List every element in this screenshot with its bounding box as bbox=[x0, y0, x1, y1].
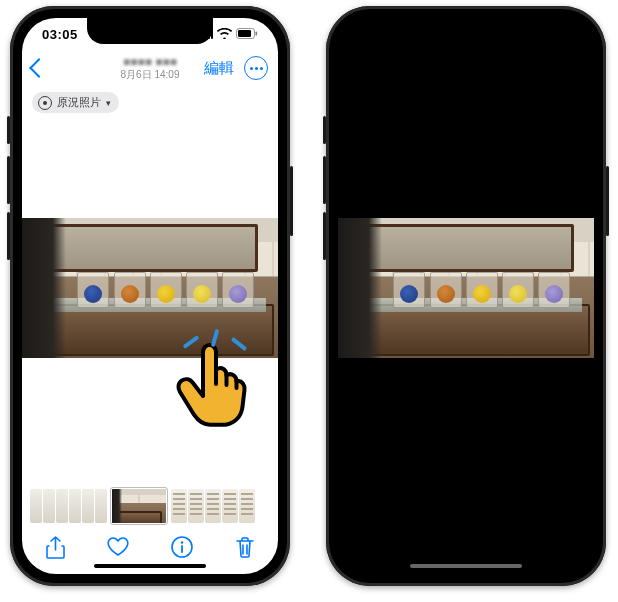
home-indicator[interactable] bbox=[410, 564, 522, 568]
thumb[interactable] bbox=[205, 489, 221, 523]
tap-gesture-hint bbox=[172, 334, 262, 444]
battery-icon bbox=[236, 27, 258, 42]
photo-fullscreen[interactable] bbox=[338, 218, 594, 358]
trash-icon bbox=[235, 536, 255, 558]
thumb[interactable] bbox=[239, 489, 255, 523]
notch bbox=[403, 18, 529, 44]
screen-fullscreen[interactable] bbox=[338, 18, 594, 574]
thumb[interactable] bbox=[222, 489, 238, 523]
share-icon bbox=[46, 536, 65, 559]
heart-icon bbox=[107, 537, 129, 557]
thumb[interactable] bbox=[82, 489, 94, 523]
wifi-icon bbox=[217, 27, 232, 42]
thumb[interactable] bbox=[69, 489, 81, 523]
live-photo-badge[interactable]: 原況照片 ▾ bbox=[32, 92, 119, 113]
share-button[interactable] bbox=[42, 534, 68, 560]
chevron-down-icon: ▾ bbox=[106, 98, 111, 108]
thumbnail-scrubber[interactable] bbox=[30, 486, 270, 526]
chevron-left-icon bbox=[29, 58, 49, 78]
info-icon bbox=[171, 536, 193, 558]
thumb[interactable] bbox=[43, 489, 55, 523]
live-photo-label: 原況照片 bbox=[57, 95, 101, 110]
back-button[interactable] bbox=[32, 61, 46, 75]
bottom-toolbar bbox=[22, 530, 278, 564]
iphone-device-left: 03:05 ■■■■ ■■■ 8月6日 14:09 bbox=[10, 6, 290, 586]
thumb[interactable] bbox=[30, 489, 42, 523]
thumb-selected[interactable] bbox=[111, 488, 167, 524]
nav-bar: ■■■■ ■■■ 8月6日 14:09 編輯 bbox=[22, 48, 278, 88]
status-time: 03:05 bbox=[42, 27, 78, 42]
thumb[interactable] bbox=[56, 489, 68, 523]
favorite-button[interactable] bbox=[105, 534, 131, 560]
edit-button[interactable]: 編輯 bbox=[204, 59, 234, 78]
thumb[interactable] bbox=[95, 489, 107, 523]
screen: 03:05 ■■■■ ■■■ 8月6日 14:09 bbox=[22, 18, 278, 574]
svg-rect-2 bbox=[256, 31, 258, 35]
home-indicator[interactable] bbox=[94, 564, 206, 568]
info-button[interactable] bbox=[169, 534, 195, 560]
notch bbox=[87, 18, 213, 44]
iphone-device-right bbox=[326, 6, 606, 586]
thumb[interactable] bbox=[188, 489, 204, 523]
svg-rect-1 bbox=[238, 30, 251, 37]
more-button[interactable] bbox=[244, 56, 268, 80]
svg-point-4 bbox=[180, 541, 182, 543]
livephoto-icon bbox=[38, 96, 52, 110]
thumb[interactable] bbox=[171, 489, 187, 523]
delete-button[interactable] bbox=[232, 534, 258, 560]
